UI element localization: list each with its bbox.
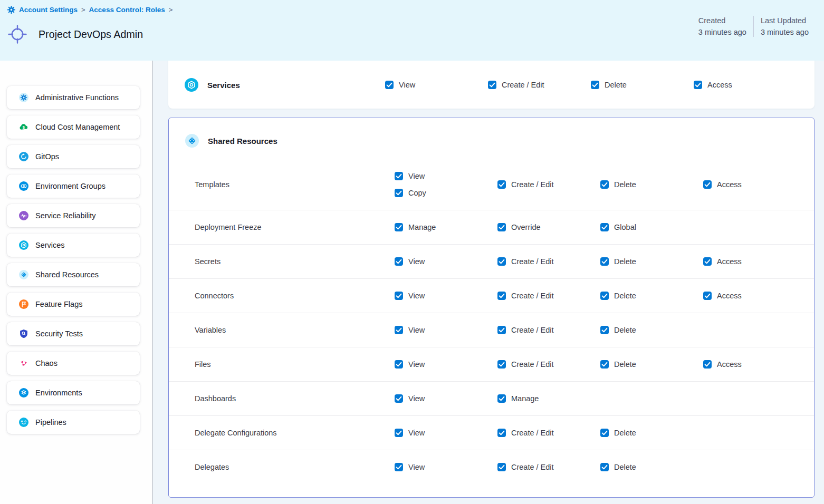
resource-label: Dashboards [195,394,395,403]
checkbox-copy-checked[interactable] [395,189,403,197]
checkbox-manage-checked[interactable] [497,394,506,403]
checkbox-view-checked[interactable] [395,360,403,369]
sidebar-item-security-tests[interactable]: Security Tests [7,322,140,345]
checkbox-view-checked[interactable] [395,463,403,471]
checkbox-access-checked[interactable] [703,180,712,189]
sidebar-item-administrative-functions[interactable]: Administrative Functions [7,86,140,109]
checkbox-view-checked[interactable] [395,172,403,180]
permission-label: Create / Edit [511,463,554,471]
permission-column: View [395,394,497,403]
permission-label: Delete [605,81,627,89]
checkbox-delete-checked[interactable] [591,81,599,89]
sidebar-item-label: Administrative Functions [35,93,119,102]
permission-columns: ViewCreate / EditDelete [395,429,806,437]
page-header: Account Settings > Access Control: Roles… [0,0,824,61]
sidebar-item-feature-flags[interactable]: Feature Flags [7,293,140,316]
permission-view: View [385,81,488,89]
checkbox-create-edit-checked[interactable] [497,429,506,437]
environment-groups-icon [19,181,28,191]
checkbox-create-edit-checked[interactable] [497,292,506,300]
checkbox-create-edit-checked[interactable] [497,360,506,369]
resource-label: Variables [195,326,395,334]
permission-label: Copy [408,189,426,197]
checkbox-access-checked[interactable] [703,292,712,300]
sidebar-item-cloud-cost-management[interactable]: $Cloud Cost Management [7,115,140,139]
permission-row-deployment-freeze: Deployment FreezeManageOverrideGlobal [169,210,814,244]
checkbox-view-checked[interactable] [395,292,403,300]
breadcrumb-link-access-control-roles[interactable]: Access Control: Roles [89,6,165,14]
cloud-dollar-icon: $ [19,122,28,132]
sidebar-item-gitops[interactable]: GitOps [7,145,140,168]
role-crosshair-icon [7,24,27,44]
sidebar-item-label: GitOps [35,152,59,161]
breadcrumb-link-account-settings[interactable]: Account Settings [19,6,78,14]
sidebar-item-shared-resources[interactable]: Shared Resources [7,263,140,286]
permission-row-delegates: DelegatesViewCreate / EditDelete [169,450,814,484]
checkbox-create-edit-checked[interactable] [497,463,506,471]
sidebar-item-label: Feature Flags [35,300,82,308]
checkbox-create-edit-checked[interactable] [497,257,506,266]
permission-column: Create / Edit [497,292,600,300]
checkbox-delete-checked[interactable] [600,257,609,266]
checkbox-access-checked[interactable] [703,360,712,369]
permission-view: View [395,326,497,334]
checkbox-view-checked[interactable] [385,81,394,89]
settings-gear-icon [7,6,15,14]
checkbox-delete-checked[interactable] [600,292,609,300]
permission-create-edit: Create / Edit [497,292,600,300]
sidebar-item-chaos[interactable]: Chaos [7,352,140,375]
resource-label: Connectors [195,292,395,300]
permission-label: Delete [614,360,636,369]
permission-columns: ViewCreate / EditDeleteAccess [395,360,806,369]
services-section: Services ViewCreate / EditDeleteAccess [168,61,815,109]
permission-access: Access [703,292,806,300]
permission-create-edit: Create / Edit [488,81,591,89]
permission-create-edit: Create / Edit [497,326,600,334]
permission-label: Access [717,360,742,369]
breadcrumb-separator: > [169,6,173,14]
permission-column: Delete [600,326,703,334]
permission-label: Create / Edit [511,360,554,369]
permission-column: Access [703,257,806,266]
checkbox-view-checked[interactable] [395,326,403,334]
role-meta: Created 3 minutes ago Last Updated 3 min… [692,15,816,38]
checkbox-delete-checked[interactable] [600,360,609,369]
sidebar-item-environment-groups[interactable]: Environment Groups [7,175,140,198]
permission-column: View [395,463,497,471]
environments-icon [19,388,28,398]
created-value: 3 minutes ago [698,26,746,38]
permission-delete: Delete [600,429,703,437]
checkbox-delete-checked[interactable] [600,180,609,189]
permission-column: Create / Edit [497,360,600,369]
sidebar-item-pipelines[interactable]: Pipelines [7,411,140,434]
sidebar-item-label: Shared Resources [35,270,99,279]
sidebar-item-services[interactable]: Services [7,234,140,257]
checkbox-delete-checked[interactable] [600,326,609,334]
permission-columns: ViewCreate / EditDeleteAccess [395,292,806,300]
sidebar-item-service-reliability[interactable]: Service Reliability [7,204,140,227]
permission-view: View [395,429,497,437]
checkbox-access-checked[interactable] [694,81,702,89]
permission-label: Delete [614,326,636,334]
permission-view: View [395,292,497,300]
checkbox-create-edit-checked[interactable] [497,180,506,189]
permission-label: View [408,429,425,437]
permission-column: Create / Edit [488,81,591,89]
checkbox-view-checked[interactable] [395,394,403,403]
checkbox-manage-checked[interactable] [395,223,403,231]
resource-label: Delegates [195,463,395,471]
sidebar-item-environments[interactable]: Environments [7,381,140,404]
checkbox-access-checked[interactable] [703,257,712,266]
checkbox-view-checked[interactable] [395,257,403,266]
permission-label: Create / Edit [511,326,554,334]
checkbox-create-edit-checked[interactable] [488,81,496,89]
permission-view: View [395,463,497,471]
gitops-icon [19,152,28,161]
checkbox-delete-checked[interactable] [600,429,609,437]
checkbox-delete-checked[interactable] [600,463,609,471]
checkbox-view-checked[interactable] [395,429,403,437]
checkbox-global-checked[interactable] [600,223,609,231]
checkbox-create-edit-checked[interactable] [497,326,506,334]
checkbox-override-checked[interactable] [497,223,506,231]
security-tests-icon [19,329,28,338]
